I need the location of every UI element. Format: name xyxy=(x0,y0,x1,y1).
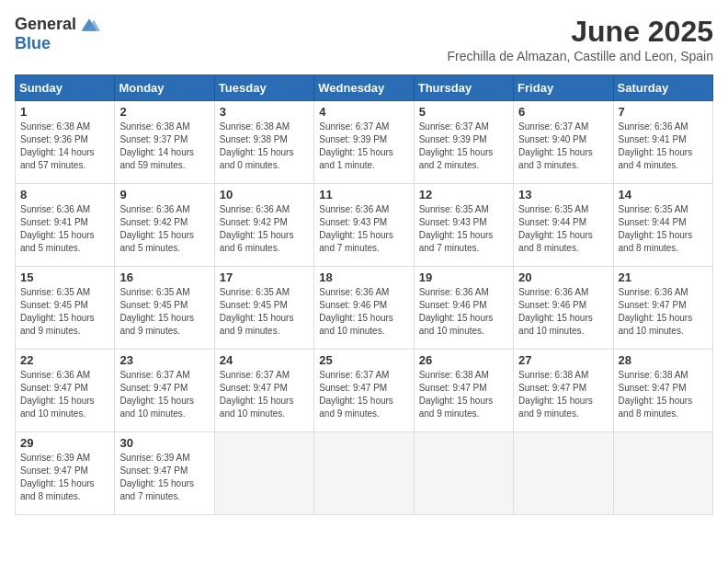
day-number: 4 xyxy=(319,105,408,119)
day-info: Sunrise: 6:35 AM Sunset: 9:45 PM Dayligh… xyxy=(220,286,309,338)
day-info: Sunrise: 6:37 AM Sunset: 9:47 PM Dayligh… xyxy=(319,369,408,420)
day-info: Sunrise: 6:36 AM Sunset: 9:41 PM Dayligh… xyxy=(20,203,109,255)
day-number: 5 xyxy=(419,105,508,119)
calendar-day-cell: 5Sunrise: 6:37 AM Sunset: 9:39 PM Daylig… xyxy=(414,101,513,184)
calendar-day-cell: 28Sunrise: 6:38 AM Sunset: 9:47 PM Dayli… xyxy=(613,350,712,432)
day-number: 8 xyxy=(20,188,109,201)
day-info: Sunrise: 6:37 AM Sunset: 9:39 PM Dayligh… xyxy=(419,121,508,172)
day-info: Sunrise: 6:38 AM Sunset: 9:47 PM Dayligh… xyxy=(419,369,508,420)
day-number: 20 xyxy=(518,270,608,284)
calendar-day-cell: 17Sunrise: 6:35 AM Sunset: 9:45 PM Dayli… xyxy=(214,267,313,350)
day-info: Sunrise: 6:35 AM Sunset: 9:45 PM Dayligh… xyxy=(119,286,209,338)
calendar-day-cell: 26Sunrise: 6:38 AM Sunset: 9:47 PM Dayli… xyxy=(414,350,513,432)
day-number: 21 xyxy=(619,270,708,284)
day-info: Sunrise: 6:35 AM Sunset: 9:44 PM Dayligh… xyxy=(619,203,708,255)
calendar-day-cell: 3Sunrise: 6:38 AM Sunset: 9:38 PM Daylig… xyxy=(214,101,313,184)
day-number: 7 xyxy=(619,105,708,119)
day-info: Sunrise: 6:36 AM Sunset: 9:47 PM Dayligh… xyxy=(20,369,109,420)
day-number: 12 xyxy=(419,188,508,201)
calendar-day-cell: 27Sunrise: 6:38 AM Sunset: 9:47 PM Dayli… xyxy=(514,350,613,432)
day-number: 11 xyxy=(319,188,408,201)
day-info: Sunrise: 6:36 AM Sunset: 9:47 PM Dayligh… xyxy=(619,286,708,338)
location-subtitle: Frechilla de Almazan, Castille and Leon,… xyxy=(447,49,713,63)
day-info: Sunrise: 6:38 AM Sunset: 9:36 PM Dayligh… xyxy=(20,121,109,172)
calendar-day-cell xyxy=(214,432,313,515)
calendar-day-cell xyxy=(514,432,613,515)
calendar-day-header: Monday xyxy=(115,75,214,101)
calendar-day-cell: 18Sunrise: 6:36 AM Sunset: 9:46 PM Dayli… xyxy=(314,267,414,350)
calendar-day-header: Friday xyxy=(514,75,613,101)
calendar-header-row: SundayMondayTuesdayWednesdayThursdayFrid… xyxy=(16,75,713,101)
day-number: 14 xyxy=(619,188,708,201)
calendar-week-row: 1Sunrise: 6:38 AM Sunset: 9:36 PM Daylig… xyxy=(16,101,713,184)
calendar-day-cell: 19Sunrise: 6:36 AM Sunset: 9:46 PM Dayli… xyxy=(414,267,513,350)
calendar-table: SundayMondayTuesdayWednesdayThursdayFrid… xyxy=(15,75,713,515)
calendar-day-header: Sunday xyxy=(16,75,115,101)
calendar-day-cell: 21Sunrise: 6:36 AM Sunset: 9:47 PM Dayli… xyxy=(613,267,712,350)
day-number: 22 xyxy=(20,353,109,367)
calendar-day-cell: 30Sunrise: 6:39 AM Sunset: 9:47 PM Dayli… xyxy=(115,432,214,515)
day-number: 10 xyxy=(220,188,309,201)
calendar-day-cell xyxy=(414,432,513,515)
day-info: Sunrise: 6:37 AM Sunset: 9:40 PM Dayligh… xyxy=(518,121,608,172)
day-info: Sunrise: 6:37 AM Sunset: 9:39 PM Dayligh… xyxy=(319,121,408,172)
logo: General Blue xyxy=(15,15,100,53)
calendar-day-cell: 29Sunrise: 6:39 AM Sunset: 9:47 PM Dayli… xyxy=(16,432,115,515)
day-number: 6 xyxy=(518,105,608,119)
calendar-day-cell: 15Sunrise: 6:35 AM Sunset: 9:45 PM Dayli… xyxy=(16,267,115,350)
calendar-week-row: 22Sunrise: 6:36 AM Sunset: 9:47 PM Dayli… xyxy=(16,350,713,432)
day-info: Sunrise: 6:35 AM Sunset: 9:45 PM Dayligh… xyxy=(20,286,109,338)
day-info: Sunrise: 6:39 AM Sunset: 9:47 PM Dayligh… xyxy=(119,452,209,503)
page-header: General Blue June 2025 Frechilla de Alma… xyxy=(15,15,713,71)
calendar-day-cell: 13Sunrise: 6:35 AM Sunset: 9:44 PM Dayli… xyxy=(514,184,613,267)
day-number: 9 xyxy=(119,188,209,201)
day-number: 1 xyxy=(20,105,109,119)
calendar-day-header: Wednesday xyxy=(314,75,414,101)
calendar-day-cell: 10Sunrise: 6:36 AM Sunset: 9:42 PM Dayli… xyxy=(214,184,313,267)
day-number: 15 xyxy=(20,270,109,284)
day-number: 16 xyxy=(119,270,209,284)
calendar-day-cell: 7Sunrise: 6:36 AM Sunset: 9:41 PM Daylig… xyxy=(613,101,712,184)
day-info: Sunrise: 6:38 AM Sunset: 9:47 PM Dayligh… xyxy=(518,369,608,420)
day-info: Sunrise: 6:36 AM Sunset: 9:42 PM Dayligh… xyxy=(220,203,309,255)
calendar-day-cell: 4Sunrise: 6:37 AM Sunset: 9:39 PM Daylig… xyxy=(314,101,414,184)
day-info: Sunrise: 6:37 AM Sunset: 9:47 PM Dayligh… xyxy=(119,369,209,420)
day-info: Sunrise: 6:37 AM Sunset: 9:47 PM Dayligh… xyxy=(220,369,309,420)
calendar-day-cell xyxy=(314,432,414,515)
calendar-day-cell: 22Sunrise: 6:36 AM Sunset: 9:47 PM Dayli… xyxy=(16,350,115,432)
logo-general-text: General xyxy=(15,15,76,34)
day-number: 3 xyxy=(220,105,309,119)
day-number: 19 xyxy=(419,270,508,284)
day-info: Sunrise: 6:36 AM Sunset: 9:46 PM Dayligh… xyxy=(518,286,608,338)
day-number: 17 xyxy=(220,270,309,284)
day-number: 2 xyxy=(119,105,209,119)
day-info: Sunrise: 6:35 AM Sunset: 9:44 PM Dayligh… xyxy=(518,203,608,255)
day-number: 28 xyxy=(619,353,708,367)
day-info: Sunrise: 6:39 AM Sunset: 9:47 PM Dayligh… xyxy=(20,452,109,503)
calendar-day-cell: 2Sunrise: 6:38 AM Sunset: 9:37 PM Daylig… xyxy=(115,101,214,184)
day-number: 25 xyxy=(319,353,408,367)
day-info: Sunrise: 6:36 AM Sunset: 9:41 PM Dayligh… xyxy=(619,121,708,172)
day-info: Sunrise: 6:36 AM Sunset: 9:43 PM Dayligh… xyxy=(319,203,408,255)
day-info: Sunrise: 6:35 AM Sunset: 9:43 PM Dayligh… xyxy=(419,203,508,255)
calendar-week-row: 15Sunrise: 6:35 AM Sunset: 9:45 PM Dayli… xyxy=(16,267,713,350)
day-number: 24 xyxy=(220,353,309,367)
calendar-day-header: Saturday xyxy=(613,75,712,101)
calendar-day-cell: 6Sunrise: 6:37 AM Sunset: 9:40 PM Daylig… xyxy=(514,101,613,184)
calendar-day-cell: 8Sunrise: 6:36 AM Sunset: 9:41 PM Daylig… xyxy=(16,184,115,267)
calendar-day-cell: 20Sunrise: 6:36 AM Sunset: 9:46 PM Dayli… xyxy=(514,267,613,350)
day-number: 30 xyxy=(119,436,209,450)
day-info: Sunrise: 6:36 AM Sunset: 9:42 PM Dayligh… xyxy=(119,203,209,255)
day-number: 29 xyxy=(20,436,109,450)
calendar-day-cell xyxy=(613,432,712,515)
title-block: June 2025 Frechilla de Almazan, Castille… xyxy=(447,15,713,71)
calendar-day-cell: 23Sunrise: 6:37 AM Sunset: 9:47 PM Dayli… xyxy=(115,350,214,432)
calendar-day-cell: 14Sunrise: 6:35 AM Sunset: 9:44 PM Dayli… xyxy=(613,184,712,267)
day-info: Sunrise: 6:38 AM Sunset: 9:38 PM Dayligh… xyxy=(220,121,309,172)
day-number: 18 xyxy=(319,270,408,284)
calendar-day-header: Tuesday xyxy=(214,75,313,101)
calendar-day-cell: 25Sunrise: 6:37 AM Sunset: 9:47 PM Dayli… xyxy=(314,350,414,432)
day-number: 26 xyxy=(419,353,508,367)
calendar-day-cell: 16Sunrise: 6:35 AM Sunset: 9:45 PM Dayli… xyxy=(115,267,214,350)
day-info: Sunrise: 6:36 AM Sunset: 9:46 PM Dayligh… xyxy=(319,286,408,338)
